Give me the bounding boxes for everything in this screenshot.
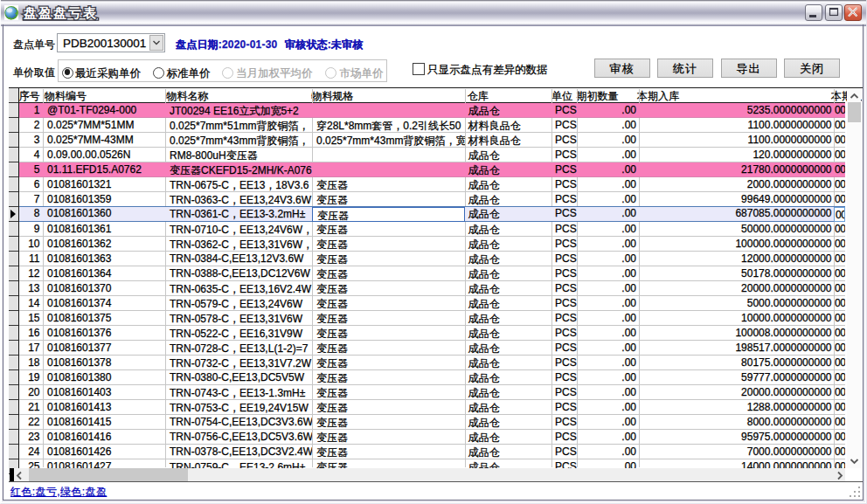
svg-text:盘盈盘亏表: 盘盈盘亏表 bbox=[23, 6, 98, 21]
